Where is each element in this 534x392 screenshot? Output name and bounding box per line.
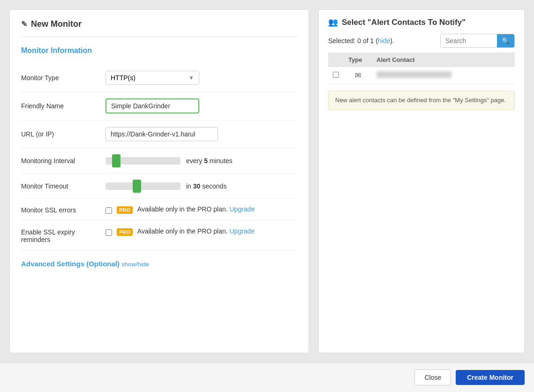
advanced-settings-label: Advanced Settings (Optional) (21, 260, 120, 268)
monitor-ssl-label: Monitor SSL errors (21, 205, 105, 214)
friendly-name-label: Friendly Name (21, 102, 105, 110)
monitor-type-row: Monitor Type HTTP(s) ▼ (21, 64, 297, 92)
contact-header: Alert Contact (372, 53, 515, 67)
monitor-timeout-row: Monitor Timeout in 30 seconds (21, 173, 297, 199)
monitoring-interval-row: Monitoring Interval every 5 minutes (21, 148, 297, 173)
url-row: URL (or IP) (21, 121, 297, 148)
right-panel-title-text: Select "Alert Contacts To Notify" (342, 18, 466, 27)
monitor-timeout-unit: seconds (202, 182, 226, 190)
contact-name-blurred (376, 71, 451, 78)
search-wrap: 🔍 (440, 34, 515, 48)
selected-info: Selected: 0 of 1 (hide). (328, 37, 394, 45)
monitoring-interval-slider-wrap: every 5 minutes (105, 157, 233, 165)
monitoring-interval-track (105, 157, 181, 165)
enable-ssl-upgrade-link[interactable]: Upgrade (229, 227, 255, 235)
footer: Close Create Monitor (0, 362, 534, 392)
panel-title-text: New Monitor (31, 19, 82, 29)
row-checkbox-cell (328, 67, 344, 84)
monitor-timeout-thumb[interactable] (133, 180, 141, 193)
enable-ssl-checkbox[interactable] (105, 229, 112, 236)
create-monitor-button[interactable]: Create Monitor (456, 370, 525, 385)
checkbox-header (328, 53, 344, 67)
contacts-table-header: Type Alert Contact (328, 53, 515, 67)
hide-link[interactable]: hide (378, 37, 390, 45)
monitor-ssl-pro-badge: PRO (117, 206, 133, 214)
info-text: New alert contacts can be defined from t… (335, 97, 506, 104)
contacts-header: Selected: 0 of 1 (hide). 🔍 (328, 34, 515, 48)
url-control (105, 127, 297, 141)
search-input[interactable] (441, 34, 497, 47)
selected-text: Selected: 0 of 1 ( (328, 37, 378, 45)
row-contact-cell (372, 67, 515, 84)
section-title: Monitor Information (21, 46, 297, 55)
right-panel: 👥 Select "Alert Contacts To Notify" Sele… (318, 9, 525, 353)
monitoring-interval-control: every 5 minutes (105, 157, 297, 165)
monitor-type-select[interactable]: HTTP(s) ▼ (105, 71, 199, 85)
table-row: ✉ (328, 67, 515, 84)
enable-ssl-desc: Available only in the PRO plan. Upgrade (137, 227, 255, 235)
friendly-name-row: Friendly Name (21, 92, 297, 121)
advanced-showhide: show/hide (121, 261, 149, 268)
monitor-timeout-slider-wrap: in 30 seconds (105, 182, 226, 190)
monitor-type-control: HTTP(s) ▼ (105, 71, 297, 85)
friendly-name-control (105, 98, 297, 113)
type-header: Type (344, 53, 372, 67)
monitor-timeout-label: Monitor Timeout (21, 182, 105, 190)
left-panel: ✎ New Monitor Monitor Information Monito… (9, 9, 309, 353)
search-icon: 🔍 (502, 37, 510, 45)
contacts-icon: 👥 (328, 17, 338, 27)
advanced-settings-link[interactable]: Advanced Settings (Optional) show/hide (21, 260, 149, 268)
monitor-ssl-upgrade-link[interactable]: Upgrade (229, 205, 255, 213)
close-button[interactable]: Close (414, 369, 451, 385)
monitor-timeout-track (105, 182, 181, 190)
selected-text-end: ). (390, 37, 394, 45)
monitoring-interval-value-label: every 5 minutes (186, 157, 233, 165)
monitor-type-value: HTTP(s) (111, 74, 135, 82)
info-box: New alert contacts can be defined from t… (328, 90, 515, 110)
url-input[interactable] (105, 127, 218, 141)
monitor-timeout-num: 30 (193, 182, 201, 190)
enable-ssl-content: PRO Available only in the PRO plan. Upgr… (105, 227, 297, 236)
right-panel-title: 👥 Select "Alert Contacts To Notify" (328, 17, 515, 27)
edit-icon: ✎ (21, 20, 27, 29)
url-label: URL (or IP) (21, 130, 105, 138)
monitor-type-label: Monitor Type (21, 74, 105, 82)
monitor-ssl-checkbox[interactable] (105, 207, 112, 214)
enable-ssl-row: Enable SSL expiry reminders PRO Availabl… (21, 221, 297, 250)
contacts-table: Type Alert Contact ✉ (328, 53, 515, 84)
monitor-timeout-value-label: in 30 seconds (186, 182, 226, 190)
row-type-cell: ✉ (344, 67, 372, 84)
contact-checkbox[interactable] (333, 72, 339, 78)
email-icon: ✉ (355, 71, 361, 79)
advanced-settings-row: Advanced Settings (Optional) show/hide (21, 250, 297, 272)
monitoring-interval-unit: minutes (210, 157, 233, 165)
panel-title: ✎ New Monitor (21, 19, 297, 37)
monitoring-interval-thumb[interactable] (112, 154, 120, 167)
monitor-timeout-control: in 30 seconds (105, 182, 297, 190)
monitor-ssl-desc: Available only in the PRO plan. Upgrade (137, 205, 255, 213)
enable-ssl-pro-badge: PRO (117, 228, 133, 236)
friendly-name-input[interactable] (105, 98, 199, 113)
enable-ssl-label: Enable SSL expiry reminders (21, 227, 105, 243)
chevron-down-icon: ▼ (188, 75, 194, 81)
monitoring-interval-num: 5 (204, 157, 208, 165)
monitor-ssl-row: Monitor SSL errors PRO Available only in… (21, 199, 297, 221)
search-button[interactable]: 🔍 (497, 34, 514, 47)
monitoring-interval-label: Monitoring Interval (21, 157, 105, 165)
monitor-ssl-content: PRO Available only in the PRO plan. Upgr… (105, 205, 297, 214)
